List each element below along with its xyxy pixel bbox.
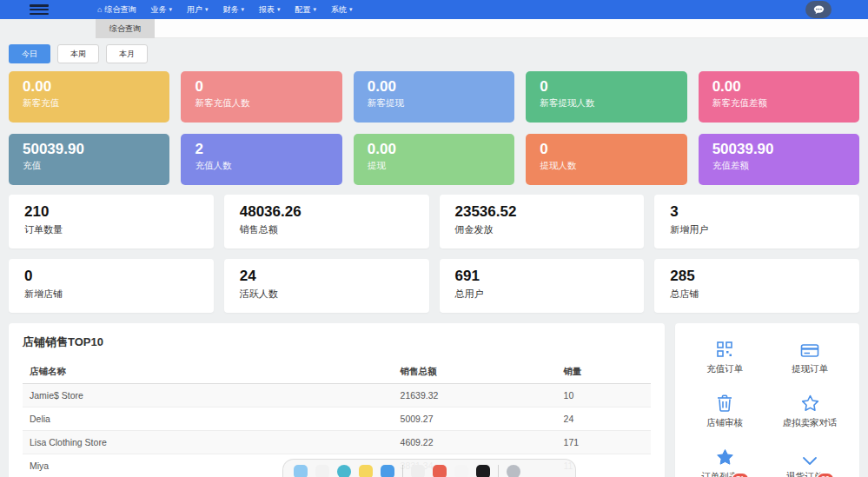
shortcut-withdraw-orders[interactable]: 提现订单	[767, 339, 852, 375]
stat-label: 新客充值人数	[195, 97, 328, 109]
dock-app-icon[interactable]	[454, 465, 468, 477]
table-row: Jamie$ Store 21639.32 10	[23, 384, 651, 407]
stat-label: 新客充值	[23, 97, 156, 109]
nav-item-label: 综合查询	[104, 4, 136, 16]
dock-app-icon[interactable]	[381, 465, 394, 477]
chevron-down-icon: ▾	[314, 6, 317, 13]
dock-gear-icon[interactable]	[507, 465, 520, 477]
cell-sales-qty: 171	[557, 431, 651, 454]
card-active-users: 24 活跃人数	[224, 259, 429, 313]
stat-label: 提现	[368, 160, 500, 172]
stat-value: 0	[540, 141, 673, 158]
summary-label: 总店铺	[670, 288, 844, 301]
stat-label: 新客提现人数	[540, 97, 673, 109]
dock-app-icon[interactable]	[315, 465, 329, 477]
summary-label: 新增用户	[670, 223, 844, 236]
summary-card-row-1: 210 订单数量 48036.26 销售总额 23536.52 佣金发放 3 新…	[9, 195, 859, 248]
summary-label: 订单数量	[24, 223, 198, 236]
card-withdraw: 0.00 提现	[354, 134, 514, 185]
tab-query[interactable]: 综合查询	[96, 19, 155, 38]
column-header-sales-total: 销售总额	[394, 361, 557, 384]
summary-value: 691	[455, 268, 629, 285]
notification-badge: 71	[732, 474, 748, 477]
card-new-recharge-diff: 0.00 新客充值差额	[699, 71, 859, 123]
shortcut-virtual-seller-chat[interactable]: 虚拟卖家对话	[767, 393, 852, 429]
home-icon: ⌂	[97, 6, 102, 14]
stat-card-row-2: 50039.90 充值 2 充值人数 0.00 提现 0 提现人数 50039.…	[9, 134, 859, 185]
star-filled-icon	[716, 447, 734, 466]
nav-item-business[interactable]: 业务 ▾	[150, 4, 172, 16]
card-total-users: 691 总用户	[440, 259, 645, 313]
stat-value: 0.00	[368, 141, 500, 158]
dock-app-icon[interactable]	[359, 465, 373, 477]
shortcut-order-list[interactable]: 订单列表 71	[682, 447, 767, 477]
cell-shop-name: Jamie$ Store	[23, 384, 394, 407]
stat-value: 2	[195, 141, 328, 158]
column-header-shop-name: 店铺名称	[23, 361, 394, 384]
chevron-down-icon: ▾	[169, 6, 172, 13]
shortcut-label: 店铺审核	[706, 417, 743, 429]
summary-value: 23536.52	[455, 203, 629, 221]
card-recharge-diff: 50039.90 充值差额	[699, 134, 859, 185]
filter-today-button[interactable]: 今日	[9, 44, 50, 63]
dock-app-icon[interactable]	[294, 465, 308, 477]
card-new-withdraw-users: 0 新客提现人数	[526, 71, 686, 123]
nav-item-report[interactable]: 报表 ▾	[259, 4, 281, 16]
chevron-down-icon: ▾	[349, 6, 353, 13]
table-row: Lisa Clothing Store 4609.22 171	[23, 431, 651, 454]
card-new-recharge: 0.00 新客充值	[9, 71, 169, 123]
dock-app-icon[interactable]	[433, 465, 447, 477]
nav-item-finance[interactable]: 财务 ▾	[222, 4, 244, 16]
shortcut-shop-review[interactable]: 店铺审核	[682, 393, 767, 429]
column-header-sales-qty: 销量	[557, 361, 651, 384]
stat-label: 充值人数	[195, 160, 328, 172]
nav-item-user[interactable]: 用户 ▾	[187, 4, 209, 16]
chevron-down-icon	[802, 447, 818, 466]
nav-item-label: 报表	[259, 4, 275, 16]
shortcut-return-orders[interactable]: 退货订单 30	[767, 447, 852, 477]
qr-code-icon	[716, 339, 733, 358]
hamburger-menu-icon[interactable]	[30, 4, 49, 15]
cell-sales-total: 5009.27	[394, 407, 557, 431]
nav-item-label: 配置	[295, 4, 311, 16]
card-new-withdraw: 0.00 新客提现	[354, 71, 514, 123]
stat-label: 新客提现	[368, 97, 500, 109]
filter-month-button[interactable]: 本月	[106, 44, 148, 63]
summary-label: 新增店铺	[24, 288, 198, 301]
date-filter-group: 今日 本周 本月	[0, 38, 868, 63]
tab-label: 综合查询	[109, 23, 141, 35]
card-commission: 23536.52 佣金发放	[440, 195, 645, 248]
main-menu: ⌂ 综合查询 业务 ▾ 用户 ▾ 财务 ▾ 报表 ▾ 配置 ▾ 系统 ▾	[97, 4, 353, 16]
card-new-users: 3 新增用户	[654, 195, 859, 248]
card-recharge: 50039.90 充值	[9, 134, 169, 185]
stat-value: 0.00	[368, 78, 500, 96]
table-row: Delia 5009.27 24	[23, 407, 651, 431]
macos-dock	[282, 459, 576, 477]
dock-app-icon[interactable]	[476, 465, 490, 477]
cell-sales-qty: 10	[557, 384, 651, 407]
shortcuts-panel: 充值订单 提现订单	[675, 323, 859, 477]
dock-app-icon[interactable]	[337, 465, 351, 477]
stat-card-row-1: 0.00 新客充值 0 新客充值人数 0.00 新客提现 0 新客提现人数 0.…	[9, 71, 859, 123]
chevron-down-icon: ▾	[205, 6, 209, 13]
summary-value: 285	[670, 268, 844, 285]
nav-item-config[interactable]: 配置 ▾	[295, 4, 317, 16]
summary-card-row-2: 0 新增店铺 24 活跃人数 691 总用户 285 总店铺	[9, 259, 859, 313]
table-header-row: 店铺名称 销售总额 销量	[23, 361, 651, 384]
shortcut-recharge-orders[interactable]: 充值订单	[682, 339, 767, 375]
dock-divider	[402, 465, 403, 477]
stat-value: 0	[540, 78, 673, 96]
dock-app-icon[interactable]	[411, 465, 425, 477]
nav-item-system[interactable]: 系统 ▾	[331, 4, 353, 16]
stat-value: 0.00	[712, 78, 845, 96]
card-order-count: 210 订单数量	[9, 195, 214, 248]
card-withdraw-users: 0 提现人数	[526, 134, 686, 185]
stat-label: 充值差额	[712, 160, 845, 172]
chat-button[interactable]	[805, 1, 832, 18]
star-outline-icon	[801, 393, 819, 412]
nav-item-label: 用户	[187, 4, 202, 16]
nav-item-query[interactable]: ⌂ 综合查询	[97, 4, 136, 16]
nav-item-label: 业务	[150, 4, 166, 16]
filter-week-button[interactable]: 本周	[57, 44, 99, 63]
summary-value: 0	[24, 268, 198, 285]
